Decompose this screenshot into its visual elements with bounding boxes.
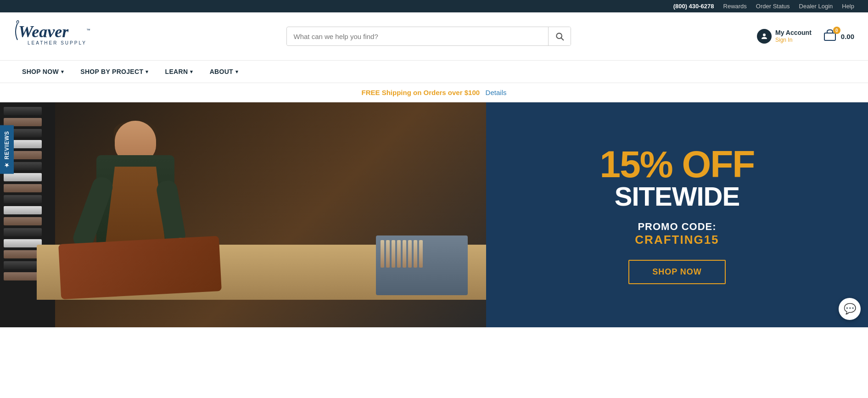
tool-item [4,250,42,258]
account-label: My Account [775,29,812,37]
svg-rect-6 [824,33,835,40]
search-button[interactable] [548,27,571,45]
tool-item [4,217,42,225]
nav-shop-now[interactable]: SHOP NOW ▾ [14,61,72,83]
nav-about[interactable]: ABOUT ▾ [202,61,247,83]
svg-line-4 [561,38,564,40]
mini-tool [386,240,390,268]
site-logo[interactable]: Weaver LEATHER SUPPLY ™ [14,18,101,55]
cart-icon-wrap: 0 [823,29,837,44]
tool-item [4,228,42,236]
tool-item [4,272,42,280]
account-text: My Account Sign In [775,29,812,43]
hero-section: ★ REVIEWS [0,102,868,327]
dealer-login-link[interactable]: Dealer Login [799,3,833,10]
cart-badge: 0 [833,27,840,34]
nav-shop-by-project-label: SHOP BY PROJECT [80,68,143,75]
svg-text:™: ™ [86,28,90,33]
promo-discount-text: 15% OFF [600,146,755,183]
svg-text:Weaver: Weaver [18,22,69,41]
nav-learn-label: LEARN [165,68,188,75]
free-shipping-text: FREE Shipping on Orders over $100 [362,89,480,96]
tool-item [4,184,42,192]
promo-sitewide-text: SITEWIDE [615,183,739,210]
promo-code-label: PROMO CODE: [638,221,716,233]
rewards-link[interactable]: Rewards [723,3,747,10]
mini-tool [397,240,401,268]
svg-point-5 [763,34,766,36]
nav-shop-by-project[interactable]: SHOP BY PROJECT ▾ [72,61,157,83]
logo-area[interactable]: Weaver LEATHER SUPPLY ™ [14,18,101,55]
nav-learn[interactable]: LEARN ▾ [157,61,202,83]
site-header: Weaver LEATHER SUPPLY ™ [0,12,868,61]
mini-tool [381,240,384,268]
hero-promo-panel: 15% OFF SITEWIDE PROMO CODE: CRAFTING15 … [486,102,868,327]
tool-item [4,239,42,247]
header-right: My Account Sign In 0 0.00 [757,29,854,44]
nav-about-label: ABOUT [210,68,233,75]
account-link[interactable]: My Account Sign In [757,29,812,44]
search-area [286,27,571,46]
mini-tool [403,240,406,268]
help-link[interactable]: Help [842,3,854,10]
promo-code-value: CRAFTING15 [635,233,719,247]
tool-box [376,235,468,295]
tool-item [4,261,42,269]
mini-tool [414,240,417,268]
tool-item [4,173,42,181]
account-avatar-icon [757,29,772,44]
search-input[interactable] [287,28,548,45]
main-nav: SHOP NOW ▾ SHOP BY PROJECT ▾ LEARN ▾ ABO… [0,61,868,83]
svg-text:LEATHER SUPPLY: LEATHER SUPPLY [28,40,87,45]
mini-tool [408,240,412,268]
sign-in-label[interactable]: Sign In [775,37,812,43]
reviews-tab[interactable]: ★ REVIEWS [0,125,14,174]
nav-shop-now-label: SHOP NOW [22,68,59,75]
cart-link[interactable]: 0 0.00 [823,29,854,44]
tool-box-tools [381,240,463,268]
phone-number[interactable]: (800) 430-6278 [673,3,714,10]
hero-image [0,102,486,327]
tool-item [4,206,42,214]
details-link[interactable]: Details [486,89,507,96]
chevron-down-icon: ▾ [146,69,148,75]
promo-banner-text: FREE Shipping on Orders over $100 Detail… [362,89,507,96]
chevron-down-icon: ▾ [235,69,238,75]
leather-piece [58,236,222,299]
mini-tool [392,240,395,268]
tool-item [4,107,42,115]
utility-bar: (800) 430-6278 Rewards Order Status Deal… [0,0,868,12]
promo-banner: FREE Shipping on Orders over $100 Detail… [0,83,868,102]
hero-background [0,102,486,327]
shop-now-button[interactable]: Shop Now [628,260,726,284]
search-icon [555,32,564,41]
order-status-link[interactable]: Order Status [756,3,790,10]
chevron-down-icon: ▾ [190,69,193,75]
mini-tool [419,240,423,268]
chevron-down-icon: ▾ [61,69,64,75]
chat-button[interactable]: 💬 [839,298,861,320]
cart-total: 0.00 [841,33,854,40]
tool-item [4,195,42,203]
